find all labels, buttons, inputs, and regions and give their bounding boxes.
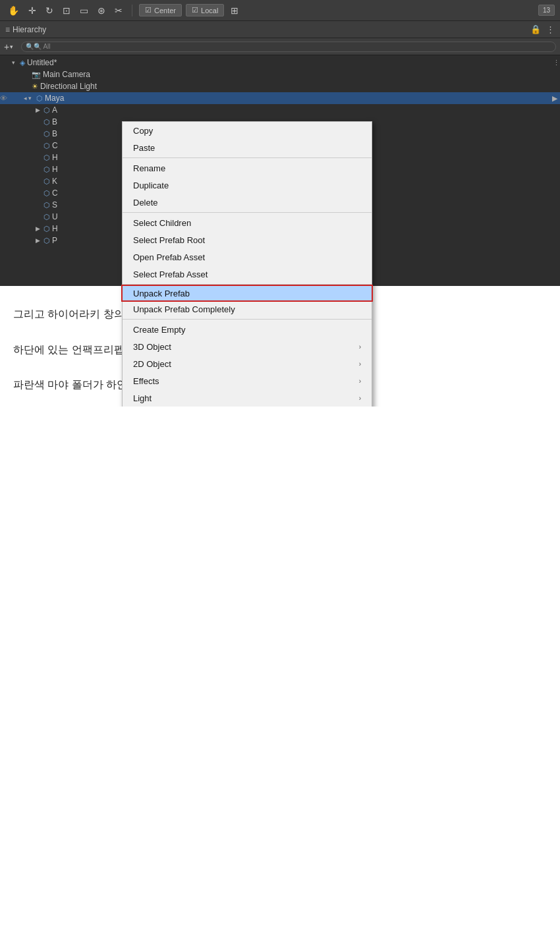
ctx-3d-object-arrow: › [359, 343, 361, 351]
ctx-2d-object[interactable]: 2D Object › [123, 355, 372, 372]
ctx-unpack-completely-label: Unpack Prefab Completely [133, 304, 235, 314]
expand-arrow-h3: ▶ [36, 225, 42, 232]
prefab-icon-c: ⬡ [43, 142, 50, 150]
panel-header: ≡ Hierarchy 🔒 ⋮ [0, 21, 560, 38]
expand-arrow-p: ▶ [36, 237, 42, 244]
child-s-label: S [52, 200, 57, 210]
hand-icon[interactable]: ✋ [5, 4, 22, 17]
ctx-effects-arrow: › [359, 378, 361, 385]
search-box[interactable]: 🔍 🔍 All [21, 42, 556, 52]
directional-light-item[interactable]: ☀ Directional Light [0, 80, 560, 92]
ctx-unpack-completely[interactable]: Unpack Prefab Completely [123, 300, 372, 318]
custom-icon[interactable]: ✂ [112, 4, 125, 17]
move-icon[interactable]: ✛ [26, 4, 39, 17]
ctx-rename-label: Rename [133, 163, 165, 173]
search-label: 🔍 All [34, 43, 50, 50]
scene-name: Untitled* [27, 58, 57, 67]
prefab-icon-h3: ⬡ [43, 225, 50, 233]
add-button[interactable]: + ▾ [4, 42, 13, 52]
grid-icon[interactable]: ⊞ [228, 4, 241, 17]
ctx-effects[interactable]: Effects › [123, 372, 372, 389]
center-button[interactable]: ☑ Center [139, 4, 182, 16]
plus-icon: + [4, 42, 9, 52]
expand-arrow-a: ▶ [36, 107, 42, 113]
prefab-icon-s: ⬡ [43, 201, 50, 210]
ctx-duplicate[interactable]: Duplicate [123, 177, 372, 194]
ctx-sep-2 [123, 212, 372, 213]
prefab-icon-b1: ⬡ [43, 118, 50, 127]
ctx-select-prefab-root[interactable]: Select Prefab Root [123, 231, 372, 248]
ctx-create-empty-label: Create Empty [133, 325, 185, 335]
ctx-2d-object-label: 2D Object [133, 359, 171, 369]
ctx-copy-label: Copy [133, 126, 153, 136]
main-camera-item[interactable]: 📷 Main Camera [0, 69, 560, 80]
directional-light-label: Directional Light [40, 82, 97, 91]
menu-icon: ≡ [5, 25, 10, 34]
camera-icon: 📷 [32, 70, 41, 79]
lock-icon[interactable]: 🔒 [530, 24, 541, 34]
child-c-label: C [52, 141, 58, 150]
ctx-create-empty[interactable]: Create Empty [123, 321, 372, 338]
ctx-sep-4 [123, 319, 372, 320]
ctx-delete[interactable]: Delete [123, 194, 372, 211]
scene-root[interactable]: ▾ ◈ Untitled* ⋮ [0, 57, 560, 69]
scale-icon[interactable]: ⊡ [60, 4, 73, 17]
badge-13: 13 [538, 5, 555, 16]
ctx-3d-object[interactable]: 3D Object › [123, 338, 372, 355]
right-arrow-icon: ▶ [552, 94, 557, 103]
prefab-icon-h1: ⬡ [43, 154, 50, 162]
child-k-label: K [52, 177, 57, 186]
ctx-light[interactable]: Light › [123, 389, 372, 407]
search-icon: 🔍 [26, 43, 34, 50]
rect-icon[interactable]: ▭ [77, 4, 91, 17]
local-label: Local [201, 7, 218, 14]
child-b1-label: B [52, 117, 57, 127]
ctx-light-label: Light [133, 393, 152, 403]
child-u-label: U [52, 212, 58, 221]
prefab-icon-u: ⬡ [43, 213, 50, 221]
ctx-select-prefab-asset-label: Select Prefab Asset [133, 269, 208, 279]
toolbar: ✋ ✛ ↻ ⊡ ▭ ⊛ ✂ ☑ Center ☑ Local ⊞ 13 [0, 0, 560, 21]
prefab-icon-p: ⬡ [43, 237, 50, 245]
local-checkbox: ☑ [192, 6, 198, 14]
more-icon[interactable]: ⋮ [546, 24, 555, 34]
dropdown-arrow: ▾ [10, 43, 13, 50]
local-button[interactable]: ☑ Local [186, 4, 224, 16]
prefab-icon-b2: ⬡ [43, 130, 50, 138]
child-h2-label: H [52, 165, 58, 174]
maya-item[interactable]: 👁 ◂ ▾ ⬡ Maya ▶ [0, 92, 560, 104]
child-a-label: A [52, 105, 57, 115]
ctx-copy[interactable]: Copy [123, 122, 372, 139]
ctx-open-prefab-asset[interactable]: Open Prefab Asset [123, 248, 372, 266]
transform-icon[interactable]: ⊛ [95, 4, 108, 17]
prefab-icon-k: ⬡ [43, 177, 50, 186]
ctx-2d-object-arrow: › [359, 360, 361, 368]
toolbar-sep-1 [132, 5, 132, 16]
hierarchy-panel: ≡ Hierarchy 🔒 ⋮ + ▾ 🔍 🔍 All ▾ ◈ Unti [0, 21, 560, 286]
ctx-light-arrow: › [359, 395, 361, 402]
ctx-select-children[interactable]: Select Children [123, 214, 372, 231]
ctx-3d-object-label: 3D Object [133, 342, 171, 352]
ctx-select-prefab-root-label: Select Prefab Root [133, 235, 205, 245]
child-b2-label: B [52, 129, 57, 138]
child-p-label: P [52, 236, 57, 245]
ctx-rename[interactable]: Rename [123, 159, 372, 177]
child-c2-label: C [52, 188, 58, 198]
unity-editor: ✋ ✛ ↻ ⊡ ▭ ⊛ ✂ ☑ Center ☑ Local ⊞ 13 ≡ Hi… [0, 0, 560, 286]
maya-label: Maya [45, 94, 64, 103]
rotate-icon[interactable]: ↻ [43, 4, 56, 17]
scene-menu[interactable]: ⋮ [553, 59, 560, 67]
ctx-select-prefab-asset[interactable]: Select Prefab Asset [123, 266, 372, 283]
ctx-unpack-prefab-label: Unpack Prefab [133, 289, 190, 298]
eye-icon: 👁 [0, 94, 7, 102]
prefab-icon-h2: ⬡ [43, 165, 50, 174]
ctx-paste-label: Paste [133, 143, 155, 153]
prefab-icon-c2: ⬡ [43, 189, 50, 198]
ctx-select-children-label: Select Children [133, 218, 191, 228]
child-a-item[interactable]: ▶ ⬡ A [0, 104, 560, 116]
expand-arrow-maya: ▾ [28, 95, 35, 101]
ctx-paste[interactable]: Paste [123, 139, 372, 156]
ctx-unpack-prefab[interactable]: Unpack Prefab [121, 285, 373, 302]
panel-title: Hierarchy [13, 25, 46, 34]
eye-arrow: ◂ [24, 95, 27, 101]
